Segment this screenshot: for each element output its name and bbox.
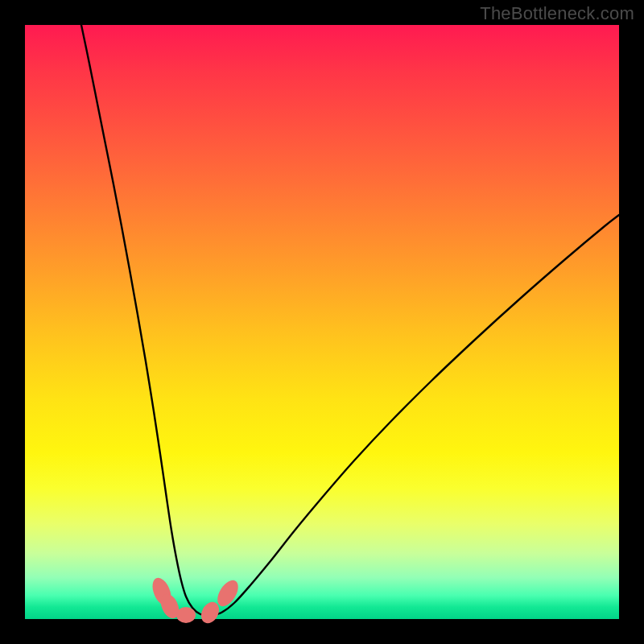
- chart-svg: [25, 25, 619, 619]
- markers-group: [149, 576, 242, 626]
- curve-group: [81, 25, 619, 616]
- plot-area: [25, 25, 619, 619]
- chart-frame: TheBottleneck.com: [0, 0, 644, 644]
- bottleneck-curve: [81, 25, 619, 616]
- marker-bottom: [176, 607, 196, 623]
- watermark-text: TheBottleneck.com: [480, 3, 634, 24]
